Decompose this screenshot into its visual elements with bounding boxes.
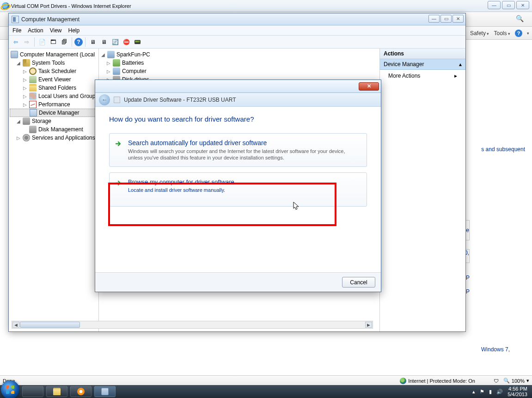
toolbar-separator xyxy=(85,37,86,47)
expand-icon[interactable]: ▷ xyxy=(23,69,27,74)
ie-protected-off-icon[interactable]: 🛡 xyxy=(494,378,499,384)
menu-view[interactable]: View xyxy=(50,27,62,34)
tree-device-manager[interactable]: ▷Device Manager xyxy=(10,109,98,117)
clock-icon xyxy=(29,67,37,75)
option-title: Search automatically for updated driver … xyxy=(128,139,360,147)
wiz-back-button[interactable]: ← xyxy=(99,94,110,105)
tree-task-scheduler[interactable]: ▷Task Scheduler xyxy=(10,67,98,75)
scroll-left-button[interactable]: ◀ xyxy=(12,322,19,328)
tree-local-users[interactable]: ▷Local Users and Group xyxy=(10,92,98,100)
tool-refresh-button[interactable]: 📟 xyxy=(132,37,142,47)
wiz-title-text: Update Driver Software - FT232R USB UART xyxy=(124,97,236,103)
tree-storage[interactable]: ◢Storage xyxy=(10,117,98,125)
collapse-icon[interactable]: ◢ xyxy=(101,52,105,57)
expand-icon[interactable]: ▷ xyxy=(23,94,27,99)
tray-clock[interactable]: 4:56 PM 5/4/2013 xyxy=(508,386,527,397)
device-manager-icon xyxy=(30,109,37,116)
ie-close-button[interactable]: ✕ xyxy=(516,1,529,9)
tool-properties-button[interactable]: 🗐 xyxy=(59,37,69,47)
ie-help-icon[interactable]: ? xyxy=(515,30,522,37)
collapse-icon[interactable]: ◢ xyxy=(16,119,21,124)
arrow-right-icon xyxy=(115,179,122,187)
cm-titlebar[interactable]: Computer Management — ▭ ✕ xyxy=(9,13,465,25)
page-fragment-text: Windows 7, xyxy=(481,346,510,353)
tree-services[interactable]: ▷Services and Applications xyxy=(10,134,98,142)
option-search-automatically[interactable]: Search automatically for updated driver … xyxy=(109,133,367,167)
task-ie-button[interactable] xyxy=(22,386,43,397)
folder-icon xyxy=(29,84,37,92)
expand-icon[interactable]: ▷ xyxy=(106,69,111,74)
tray-flag-icon[interactable]: ⚑ xyxy=(480,389,484,395)
tool-forward-button[interactable]: ⇨ xyxy=(22,37,32,47)
scroll-right-button[interactable]: ▶ xyxy=(365,322,372,328)
menu-action[interactable]: Action xyxy=(28,27,43,34)
wiz-footer: Cancel xyxy=(95,272,381,292)
tool-uninstall-button[interactable]: 🖥 xyxy=(99,37,109,47)
scroll-thumb[interactable] xyxy=(20,322,80,328)
tree-performance[interactable]: ▷Performance xyxy=(10,100,98,109)
ie-status-zone: Internet | Protected Mode: On xyxy=(400,378,475,384)
actions-more[interactable]: More Actions▸ xyxy=(380,70,465,82)
ie-search-icon[interactable]: 🔍 xyxy=(516,15,524,22)
expand-icon[interactable]: ▷ xyxy=(23,86,27,91)
actions-section[interactable]: Device Manager▴ xyxy=(380,59,465,70)
option-browse-computer[interactable]: Browse my computer for driver software L… xyxy=(109,172,367,207)
wiz-titlebar[interactable]: ✕ xyxy=(95,80,381,93)
tree-disk-management[interactable]: ▷Disk Management xyxy=(10,125,98,134)
wiz-question: How do you want to search for driver sof… xyxy=(109,115,367,123)
tool-disable-button[interactable]: ⛔ xyxy=(121,37,131,47)
tool-help-button[interactable]: ? xyxy=(74,38,83,46)
start-button[interactable] xyxy=(1,380,19,398)
option-desc: Windows will search your computer and th… xyxy=(128,148,360,161)
ie-maximize-button[interactable]: ▭ xyxy=(502,1,515,9)
page-fragment-text: s and subsequent xyxy=(481,146,525,153)
cm-horizontal-scrollbar[interactable]: ◀ ▶ xyxy=(12,321,373,329)
tree-shared-folders[interactable]: ▷Shared Folders xyxy=(10,84,98,92)
tree-event-viewer[interactable]: ▷Event Viewer xyxy=(10,75,98,84)
task-explorer-button[interactable] xyxy=(46,386,67,397)
tool-up-button[interactable]: 📄 xyxy=(37,37,47,47)
expand-icon[interactable]: ▷ xyxy=(23,77,27,82)
system-tray[interactable]: ▴ ⚑ ▮ 🔊 4:56 PM 5/4/2013 xyxy=(472,386,532,397)
tree-root[interactable]: Computer Management (Local xyxy=(10,50,98,59)
cm-minimize-button[interactable]: — xyxy=(428,15,440,23)
tray-network-icon[interactable]: ▮ xyxy=(489,389,492,395)
ie-zoom-control[interactable]: 🔍 100% ▾ xyxy=(503,378,529,384)
collapse-icon[interactable]: ◢ xyxy=(16,61,21,66)
cm-close-button[interactable]: ✕ xyxy=(453,15,464,23)
tool-update-button[interactable]: 🔄 xyxy=(110,37,120,47)
tool-back-button[interactable]: ⇦ xyxy=(11,37,21,47)
menu-file[interactable]: File xyxy=(12,27,21,34)
tree-system-tools[interactable]: ◢System Tools xyxy=(10,59,98,67)
task-media-button[interactable] xyxy=(70,386,92,397)
expand-icon[interactable]: ▷ xyxy=(16,135,21,141)
expand-icon[interactable]: ▷ xyxy=(106,61,111,66)
tool-scan-button[interactable]: 🖥 xyxy=(88,37,98,47)
cm-tree-pane[interactable]: Computer Management (Local ◢System Tools… xyxy=(9,49,99,331)
cm-maximize-button[interactable]: ▭ xyxy=(440,15,452,23)
ie-titlebar[interactable]: Virtual COM Port Drivers - Windows Inter… xyxy=(0,0,532,12)
cm-toolbar: ⇦ ⇨ 📄 🗔 🗐 ? 🖥 🖥 🔄 ⛔ 📟 xyxy=(9,36,465,49)
menu-help[interactable]: Help xyxy=(68,27,80,34)
device-host[interactable]: ◢SparkFun-PC xyxy=(100,50,379,59)
expand-icon[interactable]: ▷ xyxy=(23,102,27,107)
tray-volume-icon[interactable]: 🔊 xyxy=(496,389,503,395)
device-computer[interactable]: ▷Computer xyxy=(100,67,379,75)
cancel-button[interactable]: Cancel xyxy=(342,277,375,288)
toolbar-separator xyxy=(72,37,72,47)
collapse-icon[interactable]: ▴ xyxy=(459,61,462,67)
task-compmgmt-button[interactable] xyxy=(94,386,116,397)
ie-status-bar: Done Internet | Protected Mode: On 🛡 🔍 1… xyxy=(0,375,532,386)
cm-app-icon xyxy=(12,16,19,23)
tray-chevron-icon[interactable]: ▴ xyxy=(472,389,475,395)
device-chip-icon xyxy=(114,97,120,103)
wiz-close-button[interactable]: ✕ xyxy=(359,82,379,91)
taskbar[interactable]: ▴ ⚑ ▮ 🔊 4:56 PM 5/4/2013 xyxy=(0,385,532,398)
ie-tools-menu[interactable]: Tools xyxy=(494,30,510,37)
device-batteries[interactable]: ▷Batteries xyxy=(100,59,379,67)
ie-title-text: Virtual COM Port Drivers - Windows Inter… xyxy=(11,3,131,9)
tool-show-hide-button[interactable]: 🗔 xyxy=(48,37,58,47)
ie-safety-menu[interactable]: Safety xyxy=(470,30,489,37)
ie-minimize-button[interactable]: — xyxy=(488,1,501,9)
option-desc: Locate and install driver software manua… xyxy=(128,187,360,193)
